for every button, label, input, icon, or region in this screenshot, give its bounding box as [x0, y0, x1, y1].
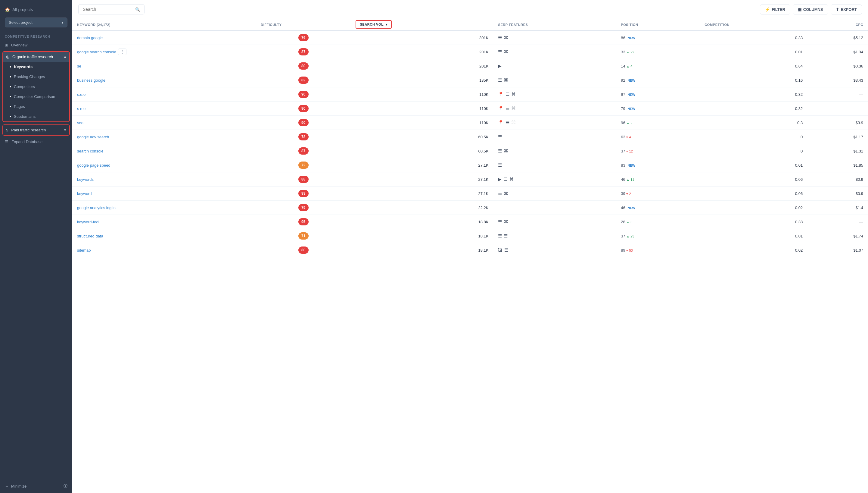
keyword-cell[interactable]: s.e.o: [72, 87, 256, 102]
sidebar-item-subdomains[interactable]: Subdomains: [3, 111, 69, 122]
position-value: 28: [621, 220, 626, 224]
position-value: 89: [621, 248, 626, 253]
cpc-cell: $0.9: [807, 172, 868, 187]
sidebar-item-paid[interactable]: $ Paid traffic research ∨: [3, 125, 69, 135]
keyword-link[interactable]: seo: [77, 121, 84, 125]
keyword-cell[interactable]: keyword: [72, 187, 256, 201]
sidebar-minimize-btn[interactable]: ← Minimize ⓘ: [0, 479, 72, 493]
sidebar-item-overview[interactable]: ⊞ Overview: [0, 40, 72, 50]
columns-button[interactable]: ▦ COLUMNS: [793, 4, 828, 15]
serp-cell: ☰⌘: [493, 73, 616, 87]
difficulty-cell: 88: [256, 172, 351, 187]
keyword-cell[interactable]: google search console⋮: [72, 45, 256, 59]
search-box[interactable]: 🔍: [78, 4, 144, 15]
table-row: google search console⋮87201K☰⌘33 ▲ 220.0…: [72, 45, 868, 59]
keyword-link[interactable]: keyword: [77, 191, 92, 196]
search-vol-cell: 201K: [351, 59, 493, 73]
keyword-link[interactable]: structured data: [77, 234, 103, 238]
table-row: seo90110K📍☰⌘96 ▲ 20.3$3.9: [72, 116, 868, 130]
keyword-link[interactable]: search console: [77, 149, 103, 153]
cpc-cell: —: [807, 102, 868, 116]
keyword-link[interactable]: se: [77, 64, 81, 68]
cpc-cell: $1.07: [807, 243, 868, 257]
competition-cell: 0.3: [700, 116, 807, 130]
serp-feature-icon: ▶: [498, 177, 502, 182]
keyword-cell[interactable]: business google: [72, 73, 256, 87]
position-value: 37: [621, 149, 626, 153]
serp-cell: ☰⌘: [493, 144, 616, 158]
position-cell: 46 ▲ 11: [616, 172, 700, 187]
sidebar-item-organic[interactable]: ◎ Organic traffic research ∧: [3, 52, 69, 62]
toolbar-actions: ⚡ FILTER ▦ COLUMNS ⬆ EXPORT: [760, 4, 862, 15]
position-change: ▲ 3: [626, 220, 632, 224]
difficulty-cell: 82: [256, 73, 351, 87]
search-vol-cell: 110K: [351, 102, 493, 116]
search-input[interactable]: [83, 7, 133, 12]
keyword-link[interactable]: google adv search: [77, 135, 109, 139]
keyword-cell[interactable]: search console: [72, 144, 256, 158]
search-vol-cell: 27.1K: [351, 187, 493, 201]
keyword-link[interactable]: google page speed: [77, 163, 111, 168]
keyword-cell[interactable]: s e o: [72, 102, 256, 116]
keyword-link[interactable]: business google: [77, 78, 106, 83]
keyword-cell[interactable]: domain google: [72, 30, 256, 45]
serp-feature-icon: ☰: [504, 233, 508, 239]
filter-button[interactable]: ⚡ FILTER: [760, 4, 790, 15]
overview-icon: ⊞: [5, 43, 8, 47]
position-value: 46: [621, 206, 626, 210]
th-competition[interactable]: COMPETITION: [700, 19, 807, 30]
serp-feature-icon: ☰: [498, 134, 502, 140]
table-row: google page speed7227.1K☰83 NEW0.01$1.85: [72, 158, 868, 172]
ranking-label: Ranking Changes: [14, 74, 45, 79]
sidebar-item-keywords[interactable]: Keywords: [3, 62, 69, 72]
sidebar-item-competitors[interactable]: Competitors: [3, 82, 69, 92]
keyword-link[interactable]: sitemap: [77, 248, 91, 253]
serp-cell: ▶: [493, 59, 616, 73]
project-select-dropdown[interactable]: Select project ▾: [5, 18, 67, 27]
difficulty-badge: 90: [298, 105, 309, 112]
sidebar-item-comparison[interactable]: Competitor Comparison: [3, 92, 69, 102]
th-search-vol[interactable]: SEARCH VOL. ▾: [351, 19, 493, 30]
keyword-cell[interactable]: google adv search: [72, 130, 256, 144]
export-icon: ⬆: [836, 7, 839, 12]
keyword-link[interactable]: domain google: [77, 36, 103, 40]
search-vol-cell: 110K: [351, 116, 493, 130]
th-difficulty[interactable]: DIFFICULTY: [256, 19, 351, 30]
keyword-cell[interactable]: structured data: [72, 229, 256, 243]
sidebar-item-pages[interactable]: Pages: [3, 102, 69, 111]
home-icon: 🏠: [5, 7, 10, 12]
search-icon: 🔍: [135, 7, 140, 12]
keyword-cell[interactable]: seo: [72, 116, 256, 130]
sidebar-item-ranking[interactable]: Ranking Changes: [3, 72, 69, 82]
keyword-cell[interactable]: sitemap: [72, 243, 256, 257]
keyword-link[interactable]: keyword-tool: [77, 220, 99, 224]
export-button[interactable]: ⬆ EXPORT: [831, 4, 862, 15]
serp-feature-icon: ☰: [498, 35, 502, 40]
keyword-link[interactable]: keywords: [77, 177, 94, 182]
difficulty-badge: 90: [298, 91, 309, 98]
keyword-link[interactable]: google search console: [77, 50, 116, 54]
competition-cell: 0.02: [700, 201, 807, 215]
position-new-badge: NEW: [627, 206, 635, 210]
position-cell: 14 ▲ 4: [616, 59, 700, 73]
th-keyword[interactable]: KEYWORD (24,172): [72, 19, 256, 30]
keyword-link[interactable]: s e o: [77, 106, 86, 111]
sidebar-item-expand-database[interactable]: ☰ Expand Database: [0, 137, 72, 147]
all-projects-label: All projects: [12, 7, 33, 12]
keyword-cell[interactable]: se: [72, 59, 256, 73]
keyword-more-btn[interactable]: ⋮: [118, 48, 127, 55]
th-position[interactable]: POSITION: [616, 19, 700, 30]
keyword-cell[interactable]: google page speed: [72, 158, 256, 172]
serp-feature-icon: 📍: [498, 92, 504, 97]
th-serp[interactable]: SERP FEATURES: [493, 19, 616, 30]
all-projects-link[interactable]: 🏠 All projects: [5, 5, 67, 15]
keyword-cell[interactable]: keyword-tool: [72, 215, 256, 229]
keyword-cell[interactable]: google analytics log in: [72, 201, 256, 215]
th-cpc[interactable]: CPC: [807, 19, 868, 30]
keyword-link[interactable]: s.e.o: [77, 92, 86, 97]
keyword-link[interactable]: google analytics log in: [77, 206, 116, 210]
search-vol-cell: 18.8K: [351, 215, 493, 229]
keyword-cell[interactable]: keywords: [72, 172, 256, 187]
cpc-cell: $3.9: [807, 116, 868, 130]
position-change: ▾ 53: [626, 249, 633, 252]
